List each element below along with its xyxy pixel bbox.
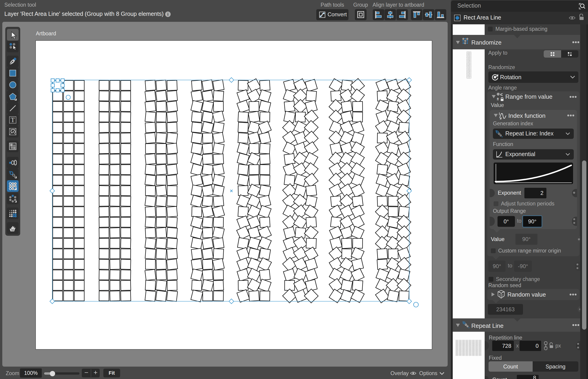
svg-text:#: # xyxy=(500,116,502,120)
svg-text:T: T xyxy=(11,116,15,124)
svg-text:±: ± xyxy=(497,97,499,101)
